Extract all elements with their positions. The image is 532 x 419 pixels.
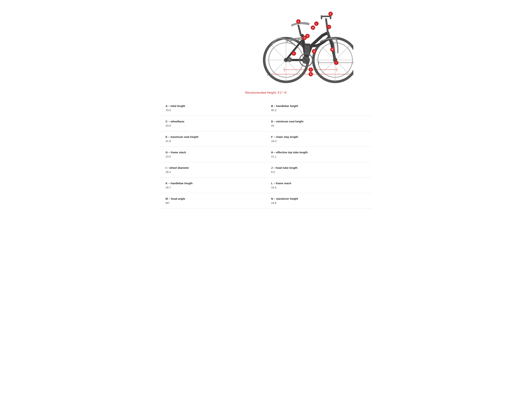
spec-label: L – frame reach [271, 182, 366, 185]
svg-text:E: E [298, 20, 299, 23]
spec-value: 43.8 [166, 124, 261, 127]
spec-cell-left: C – wheelbase43.8 [160, 116, 266, 131]
svg-line-22 [271, 60, 286, 76]
spec-label: E – maximum seat height [166, 135, 261, 138]
spec-value: 45.3 [271, 109, 366, 112]
bike-svg: A B C D E F G [179, 7, 353, 84]
specs-table: A – total length70.6B – handlebar height… [160, 100, 372, 209]
spec-value: 24.6 [271, 201, 366, 204]
spec-value: 8.5 [271, 170, 366, 173]
spec-value: 18.3 [271, 140, 366, 143]
spec-cell-right: N – standover height24.6 [266, 193, 372, 209]
table-row: I – wheel diameter26.2J – head tube leng… [160, 162, 372, 178]
spec-label: K – handlebar length [166, 182, 261, 185]
spec-value: 31.8 [166, 140, 261, 143]
svg-text:J: J [328, 26, 330, 28]
recommended-height: Recommended Height: 5'1"~6' [160, 91, 372, 94]
spec-value: 26.7 [166, 186, 261, 189]
spec-value: 24 [271, 124, 366, 127]
recommended-height-text: Recommended Height: 5'1"~6' [245, 91, 287, 94]
spec-cell-left: M – head angle69° [160, 193, 266, 209]
spec-label: B – handlebar height [271, 105, 366, 107]
spec-cell-left: I – wheel diameter26.2 [160, 162, 266, 178]
spec-label: H – effective top tube length [271, 151, 366, 154]
spec-value: 23.5 [166, 155, 261, 158]
spec-value: 70.6 [166, 109, 261, 112]
svg-text:A: A [310, 73, 311, 75]
table-row: G – frame stack23.5H – effective top tub… [160, 147, 372, 162]
spec-cell-right: F – chain stay length18.3 [266, 131, 372, 147]
spec-cell-right: L – frame reach16.4 [266, 178, 372, 193]
spec-label: I – wheel diameter [166, 166, 261, 169]
svg-text:K: K [330, 13, 331, 15]
svg-text:G: G [307, 35, 308, 37]
page-container: A B C D E F G [157, 0, 375, 220]
table-row: K – handlebar length26.7L – frame reach1… [160, 178, 372, 193]
spec-cell-right: H – effective top tube length21.1 [266, 147, 372, 162]
spec-label: A – total length [166, 105, 261, 107]
table-row: C – wheelbase43.8D – minimum seat height… [160, 116, 372, 131]
table-row: E – maximum seat height31.8F – chain sta… [160, 131, 372, 147]
svg-text:L: L [316, 23, 317, 25]
svg-line-21 [271, 45, 286, 60]
svg-text:H: H [312, 26, 314, 29]
spec-value: 26.2 [166, 170, 261, 173]
spec-label: C – wheelbase [166, 120, 261, 123]
spec-label: N – standover height [271, 197, 366, 200]
spec-cell-left: K – handlebar length26.7 [160, 178, 266, 193]
spec-value: 21.1 [271, 155, 366, 158]
spec-cell-right: J – head tube length8.5 [266, 162, 372, 178]
svg-text:I: I [336, 62, 336, 64]
svg-line-37 [298, 26, 301, 36]
svg-text:C: C [310, 68, 311, 71]
svg-text:F: F [293, 52, 294, 54]
svg-rect-43 [305, 45, 309, 54]
svg-text:D: D [304, 37, 305, 39]
spec-value: 69° [166, 201, 261, 204]
spec-cell-right: B – handlebar height45.3 [266, 100, 372, 116]
svg-point-51 [287, 57, 292, 62]
svg-text:M: M [332, 48, 333, 51]
spec-label: M – head angle [166, 197, 261, 200]
bike-diagram: A B C D E F G [179, 7, 353, 84]
svg-text:N: N [313, 50, 315, 52]
svg-line-33 [320, 60, 335, 76]
spec-label: J – head tube length [271, 166, 366, 169]
spec-cell-left: G – frame stack23.5 [160, 147, 266, 162]
table-row: A – total length70.6B – handlebar height… [160, 100, 372, 116]
spec-cell-right: D – minimum seat height24 [266, 116, 372, 131]
table-row: M – head angle69°N – standover height24.… [160, 193, 372, 209]
spec-cell-left: E – maximum seat height31.8 [160, 131, 266, 147]
spec-value: 16.4 [271, 186, 366, 189]
spec-cell-left: A – total length70.6 [160, 100, 266, 116]
spec-label: G – frame stack [166, 151, 261, 154]
spec-label: F – chain stay length [271, 135, 366, 138]
spec-label: D – minimum seat height [271, 120, 366, 123]
svg-line-20 [286, 60, 302, 76]
